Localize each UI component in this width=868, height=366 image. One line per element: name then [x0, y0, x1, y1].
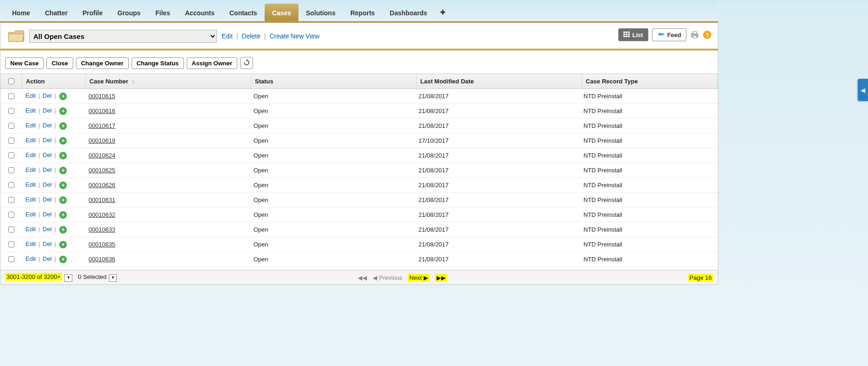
add-action-icon[interactable]: +	[59, 152, 67, 159]
previous-page-link[interactable]: ◀ Previous	[373, 274, 402, 281]
delete-link[interactable]: Del	[43, 255, 52, 262]
nav-tab-chatter[interactable]: Chatter	[38, 4, 75, 21]
row-checkbox[interactable]	[8, 256, 14, 262]
help-icon[interactable]: ?	[703, 31, 711, 39]
nav-tab-accounts[interactable]: Accounts	[177, 4, 222, 21]
delete-link[interactable]: Del	[43, 92, 52, 99]
printer-icon[interactable]	[690, 30, 699, 39]
edit-link[interactable]: Edit	[25, 181, 36, 188]
row-checkbox[interactable]	[8, 123, 14, 129]
range-dropdown[interactable]: ▼	[64, 274, 72, 282]
row-checkbox[interactable]	[8, 212, 14, 218]
delete-link[interactable]: Del	[43, 151, 52, 158]
sidebar-collapser[interactable]: ◀	[858, 79, 868, 101]
case-number-link[interactable]: 00010624	[89, 152, 115, 159]
case-number-link[interactable]: 00010626	[89, 182, 115, 189]
nav-tab-home[interactable]: Home	[5, 4, 38, 21]
delete-view-link[interactable]: Delete	[242, 32, 260, 40]
edit-link[interactable]: Edit	[25, 196, 36, 203]
column-header-case-number[interactable]: Case Number ↑	[86, 74, 251, 89]
view-select[interactable]: All Open Cases	[29, 30, 217, 43]
row-checkbox[interactable]	[8, 93, 14, 99]
delete-link[interactable]: Del	[43, 137, 52, 144]
new-case-button[interactable]: New Case	[5, 57, 44, 69]
case-number-link[interactable]: 00010633	[89, 226, 115, 233]
case-number-link[interactable]: 00010615	[89, 93, 115, 100]
edit-link[interactable]: Edit	[25, 211, 36, 218]
edit-link[interactable]: Edit	[25, 226, 36, 233]
row-checkbox[interactable]	[8, 108, 14, 114]
edit-link[interactable]: Edit	[25, 92, 36, 99]
edit-link[interactable]: Edit	[25, 151, 36, 158]
add-action-icon[interactable]: +	[59, 93, 67, 100]
add-action-icon[interactable]: +	[59, 167, 67, 174]
nav-tab-solutions[interactable]: Solutions	[298, 4, 343, 21]
assign-owner-button[interactable]: Assign Owner	[187, 57, 237, 69]
case-number-link[interactable]: 00010632	[89, 211, 115, 218]
edit-link[interactable]: Edit	[25, 240, 36, 247]
refresh-button[interactable]	[240, 57, 253, 69]
row-checkbox[interactable]	[8, 241, 14, 247]
delete-link[interactable]: Del	[43, 122, 52, 129]
nav-tab-profile[interactable]: Profile	[75, 4, 110, 21]
delete-link[interactable]: Del	[43, 181, 52, 188]
edit-link[interactable]: Edit	[25, 122, 36, 129]
edit-link[interactable]: Edit	[25, 137, 36, 144]
case-number-link[interactable]: 00010636	[89, 256, 115, 263]
list-toggle-button[interactable]: List	[618, 28, 648, 41]
row-checkbox[interactable]	[8, 182, 14, 188]
nav-tab-reports[interactable]: Reports	[343, 4, 382, 21]
nav-tab-files[interactable]: Files	[148, 4, 177, 21]
first-page-icon[interactable]: ◀◀	[358, 274, 367, 281]
row-checkbox[interactable]	[8, 167, 14, 173]
add-action-icon[interactable]: +	[59, 122, 67, 130]
nav-tab-cases[interactable]: Cases	[265, 4, 298, 21]
row-checkbox[interactable]	[8, 197, 14, 203]
delete-link[interactable]: Del	[43, 107, 52, 114]
delete-link[interactable]: Del	[43, 240, 52, 247]
add-action-icon[interactable]: +	[59, 196, 67, 204]
edit-link[interactable]: Edit	[25, 255, 36, 262]
column-header-record-type[interactable]: Case Record Type	[582, 74, 718, 89]
add-action-icon[interactable]: +	[59, 107, 67, 115]
case-number-link[interactable]: 00010631	[89, 196, 115, 203]
add-action-icon[interactable]: +	[59, 211, 67, 219]
nav-tab-groups[interactable]: Groups	[110, 4, 148, 21]
delete-link[interactable]: Del	[43, 226, 52, 233]
column-header-action[interactable]: Action	[22, 74, 86, 89]
add-action-icon[interactable]: +	[59, 137, 67, 145]
feed-toggle-button[interactable]: Feed	[652, 28, 686, 41]
case-number-link[interactable]: 00010625	[89, 167, 115, 174]
table-scroll-area[interactable]: Edit | Del | +00010615Open21/08/2017NTD …	[0, 89, 718, 270]
create-view-link[interactable]: Create New View	[269, 32, 319, 40]
select-all-checkbox[interactable]	[8, 78, 14, 84]
add-action-icon[interactable]: +	[59, 182, 67, 189]
row-checkbox[interactable]	[8, 227, 14, 233]
delete-link[interactable]: Del	[43, 166, 52, 173]
case-number-link[interactable]: 00010617	[89, 122, 115, 129]
case-number-link[interactable]: 00010635	[89, 241, 115, 248]
close-button[interactable]: Close	[46, 57, 73, 69]
edit-link[interactable]: Edit	[25, 107, 36, 114]
add-action-icon[interactable]: +	[59, 256, 67, 263]
row-checkbox[interactable]	[8, 138, 14, 144]
nav-tab-dashboards[interactable]: Dashboards	[382, 4, 435, 21]
change-owner-button[interactable]: Change Owner	[76, 57, 129, 69]
selected-dropdown[interactable]: ▼	[109, 274, 117, 282]
column-header-last-modified[interactable]: Last Modified Date	[417, 74, 582, 89]
edit-link[interactable]: Edit	[25, 166, 36, 173]
change-status-button[interactable]: Change Status	[132, 57, 184, 69]
delete-link[interactable]: Del	[43, 211, 52, 218]
next-page-link[interactable]: Next ▶	[408, 274, 429, 282]
add-action-icon[interactable]: +	[59, 241, 67, 248]
add-tab-button[interactable]: ✚	[435, 3, 451, 21]
case-number-link[interactable]: 00010616	[89, 107, 115, 114]
edit-view-link[interactable]: Edit	[222, 32, 233, 40]
last-page-icon[interactable]: ▶▶	[435, 274, 447, 282]
nav-tab-contacts[interactable]: Contacts	[222, 4, 265, 21]
row-checkbox[interactable]	[8, 152, 14, 158]
delete-link[interactable]: Del	[43, 196, 52, 203]
case-number-link[interactable]: 00010619	[89, 137, 115, 144]
add-action-icon[interactable]: +	[59, 226, 67, 233]
column-header-status[interactable]: Status	[251, 74, 417, 89]
